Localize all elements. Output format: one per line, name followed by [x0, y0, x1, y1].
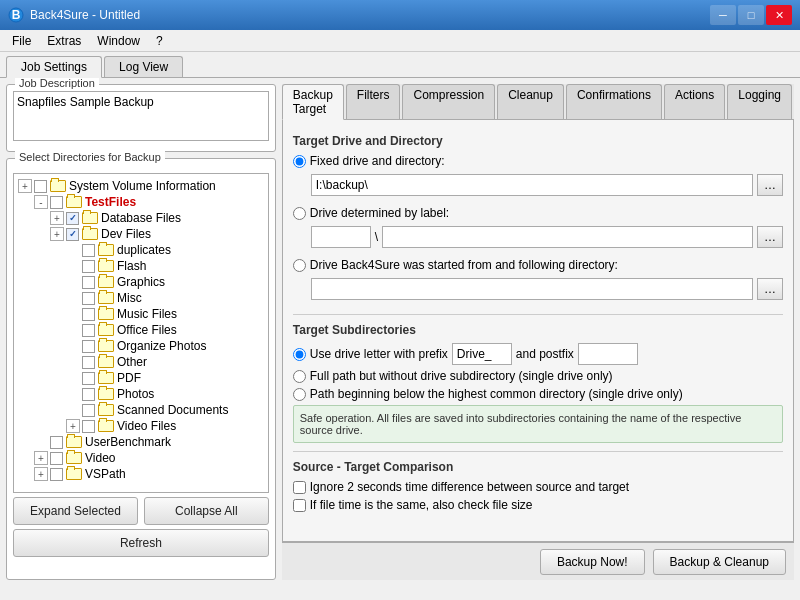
- prefix-input[interactable]: [452, 343, 512, 365]
- tree-checkbox[interactable]: [82, 420, 95, 433]
- tree-checkbox[interactable]: [82, 372, 95, 385]
- tree-item-misc[interactable]: Misc: [18, 290, 264, 306]
- tree-checkbox[interactable]: [82, 388, 95, 401]
- tree-item-scannedDocs[interactable]: Scanned Documents: [18, 402, 264, 418]
- tree-item-dbFiles[interactable]: +✓Database Files: [18, 210, 264, 226]
- tab-backup-target[interactable]: Backup Target: [282, 84, 344, 120]
- menu-extras[interactable]: Extras: [39, 32, 89, 50]
- tab-cleanup[interactable]: Cleanup: [497, 84, 564, 119]
- tree-expander[interactable]: +: [18, 179, 32, 193]
- tree-item-devFiles[interactable]: +✓Dev Files: [18, 226, 264, 242]
- drive-label-radio[interactable]: [293, 207, 306, 220]
- tree-item-flash[interactable]: Flash: [18, 258, 264, 274]
- tree-checkbox[interactable]: [50, 436, 63, 449]
- file-size-checkbox[interactable]: [293, 499, 306, 512]
- directory-tree[interactable]: +System Volume Information-TestFiles+✓Da…: [13, 173, 269, 493]
- tree-expander: [66, 259, 80, 273]
- tree-item-graphics[interactable]: Graphics: [18, 274, 264, 290]
- tab-filters[interactable]: Filters: [346, 84, 401, 119]
- drive-label-backslash: \: [375, 230, 378, 244]
- tree-item-videoFiles[interactable]: +Video Files: [18, 418, 264, 434]
- refresh-button[interactable]: Refresh: [13, 529, 269, 557]
- tree-checkbox[interactable]: [82, 404, 95, 417]
- tree-checkbox[interactable]: ✓: [66, 228, 79, 241]
- folder-icon: [98, 244, 114, 256]
- tree-checkbox[interactable]: [82, 308, 95, 321]
- tree-expander[interactable]: +: [66, 419, 80, 433]
- tree-item-pdf[interactable]: PDF: [18, 370, 264, 386]
- fixed-drive-radio[interactable]: [293, 155, 306, 168]
- drive-label-browse-button[interactable]: …: [757, 226, 783, 248]
- tree-checkbox[interactable]: [82, 340, 95, 353]
- tree-item-organizePhotos[interactable]: Organize Photos: [18, 338, 264, 354]
- tree-checkbox[interactable]: [34, 180, 47, 193]
- full-path-radio[interactable]: [293, 370, 306, 383]
- tree-expander[interactable]: +: [34, 467, 48, 481]
- job-description-title: Job Description: [15, 77, 99, 89]
- tree-checkbox[interactable]: [82, 260, 95, 273]
- tree-item-vsPath[interactable]: +VSPath: [18, 466, 264, 482]
- menu-window[interactable]: Window: [89, 32, 148, 50]
- started-from-browse-button[interactable]: …: [757, 278, 783, 300]
- tree-checkbox[interactable]: [82, 244, 95, 257]
- highest-common-radio[interactable]: [293, 388, 306, 401]
- folder-icon: [82, 212, 98, 224]
- tree-item-userBenchmark[interactable]: UserBenchmark: [18, 434, 264, 450]
- tab-log-view[interactable]: Log View: [104, 56, 183, 77]
- close-button[interactable]: ✕: [766, 5, 792, 25]
- time-difference-checkbox[interactable]: [293, 481, 306, 494]
- tab-job-settings[interactable]: Job Settings: [6, 56, 102, 78]
- menu-file[interactable]: File: [4, 32, 39, 50]
- menu-help[interactable]: ?: [148, 32, 171, 50]
- tab-confirmations[interactable]: Confirmations: [566, 84, 662, 119]
- folder-icon: [50, 180, 66, 192]
- drive-label-label: Drive determined by label:: [310, 206, 449, 220]
- tree-label: Flash: [117, 259, 146, 273]
- postfix-input[interactable]: [578, 343, 638, 365]
- drive-letter-radio[interactable]: [293, 348, 306, 361]
- tree-expander[interactable]: +: [50, 227, 64, 241]
- tree-label: Dev Files: [101, 227, 151, 241]
- tree-item-testFiles[interactable]: -TestFiles: [18, 194, 264, 210]
- tree-label: Database Files: [101, 211, 181, 225]
- started-from-radio[interactable]: [293, 259, 306, 272]
- tree-item-musicFiles[interactable]: Music Files: [18, 306, 264, 322]
- collapse-all-button[interactable]: Collapse All: [144, 497, 269, 525]
- job-description-input[interactable]: Snapfiles Sample Backup: [13, 91, 269, 141]
- tree-checkbox[interactable]: [50, 196, 63, 209]
- minimize-button[interactable]: ─: [710, 5, 736, 25]
- tree-checkbox[interactable]: [50, 468, 63, 481]
- drive-label-path-input[interactable]: [382, 226, 753, 248]
- tree-expander[interactable]: +: [34, 451, 48, 465]
- tree-item-photos[interactable]: Photos: [18, 386, 264, 402]
- tab-compression[interactable]: Compression: [402, 84, 495, 119]
- drive-label-input[interactable]: [311, 226, 371, 248]
- backup-now-button[interactable]: Backup Now!: [540, 549, 645, 575]
- maximize-button[interactable]: □: [738, 5, 764, 25]
- fixed-drive-browse-button[interactable]: …: [757, 174, 783, 196]
- folder-icon: [66, 436, 82, 448]
- tree-item-duplicates[interactable]: duplicates: [18, 242, 264, 258]
- tree-label: TestFiles: [85, 195, 136, 209]
- tab-logging[interactable]: Logging: [727, 84, 792, 119]
- expand-selected-button[interactable]: Expand Selected: [13, 497, 138, 525]
- tree-checkbox[interactable]: [50, 452, 63, 465]
- tree-expander[interactable]: +: [50, 211, 64, 225]
- tree-checkbox[interactable]: [82, 324, 95, 337]
- tree-checkbox[interactable]: [82, 356, 95, 369]
- tree-expander: [66, 355, 80, 369]
- tree-item-sysVol[interactable]: +System Volume Information: [18, 178, 264, 194]
- started-from-input[interactable]: [311, 278, 753, 300]
- tree-item-video[interactable]: +Video: [18, 450, 264, 466]
- tree-checkbox[interactable]: [82, 276, 95, 289]
- tree-item-officeFiles[interactable]: Office Files: [18, 322, 264, 338]
- folder-icon: [98, 372, 114, 384]
- tree-item-other[interactable]: Other: [18, 354, 264, 370]
- tree-checkbox[interactable]: [82, 292, 95, 305]
- backup-cleanup-button[interactable]: Backup & Cleanup: [653, 549, 786, 575]
- main-content: Job Description Snapfiles Sample Backup …: [0, 78, 800, 586]
- tree-expander[interactable]: -: [34, 195, 48, 209]
- tree-checkbox[interactable]: ✓: [66, 212, 79, 225]
- tab-actions[interactable]: Actions: [664, 84, 725, 119]
- fixed-drive-input[interactable]: [311, 174, 753, 196]
